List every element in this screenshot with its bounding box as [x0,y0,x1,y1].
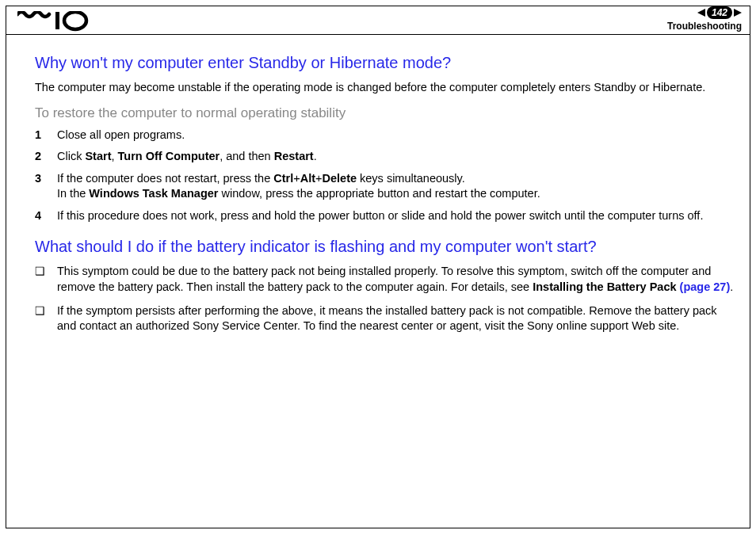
bullet-item: If the symptom persists after performing… [35,303,735,334]
step-item: 4 If this procedure does not work, press… [35,208,735,224]
step-number: 4 [35,208,41,224]
step-item: 3 If the computer does not restart, pres… [35,171,735,202]
bold-text: Alt [300,172,315,185]
step-text: . [314,150,317,162]
vaio-logo [17,11,97,32]
bold-text: Turn Off Computer [118,150,220,162]
step-item: 1 Close all open programs. [35,128,735,143]
section-label: Troubleshooting [667,21,742,32]
bold-text: Ctrl [273,172,293,185]
step-text: In the [57,187,89,200]
steps-list: 1 Close all open programs. 2 Click Start… [35,128,735,224]
step-text: , and then [220,150,274,162]
step-text: + [293,172,300,185]
page-frame: 142 Troubleshooting Why won't my compute… [6,6,750,528]
step-text: , [112,150,118,162]
bullet-text: If the symptom persists after performing… [57,304,717,333]
question-heading-2: What should I do if the battery indicato… [35,238,735,256]
next-page-icon[interactable] [734,9,742,17]
bullet-text: . [730,280,733,293]
step-number: 1 [35,128,41,143]
bullet-item: This symptom could be due to the battery… [35,264,735,295]
step-number: 2 [35,149,41,165]
step-text: + [315,172,322,185]
step-text: Close all open programs. [57,128,185,141]
step-text: keys simultaneously. [357,172,465,185]
bold-text: Delete [323,172,357,185]
bold-text: Start [85,150,111,162]
bold-text: Restart [274,150,314,162]
prev-page-icon[interactable] [697,9,705,17]
step-text: Click [57,150,85,162]
step-text: window, press the appropriate button and… [218,187,540,200]
page-number: 142 [707,6,732,19]
bullet-list: This symptom could be due to the battery… [35,264,735,334]
sub-heading: To restore the computer to normal operat… [35,105,735,121]
step-text: If the computer does not restart, press … [57,172,273,185]
svg-point-1 [64,12,86,29]
svg-rect-0 [55,12,59,29]
intro-paragraph: The computer may become unstable if the … [35,80,735,96]
header-bar: 142 Troubleshooting [6,6,750,35]
step-number: 3 [35,171,41,187]
step-text: If this procedure does not work, press a… [57,209,703,222]
content-area: Why won't my computer enter Standby or H… [6,35,750,334]
step-item: 2 Click Start, Turn Off Computer, and th… [35,149,735,165]
page-link[interactable]: (page 27) [680,280,731,293]
page-nav: 142 [697,6,742,19]
bold-text: Windows Task Manager [89,187,218,200]
bold-text: Installing the Battery Pack [533,280,679,293]
question-heading-1: Why won't my computer enter Standby or H… [35,54,735,72]
